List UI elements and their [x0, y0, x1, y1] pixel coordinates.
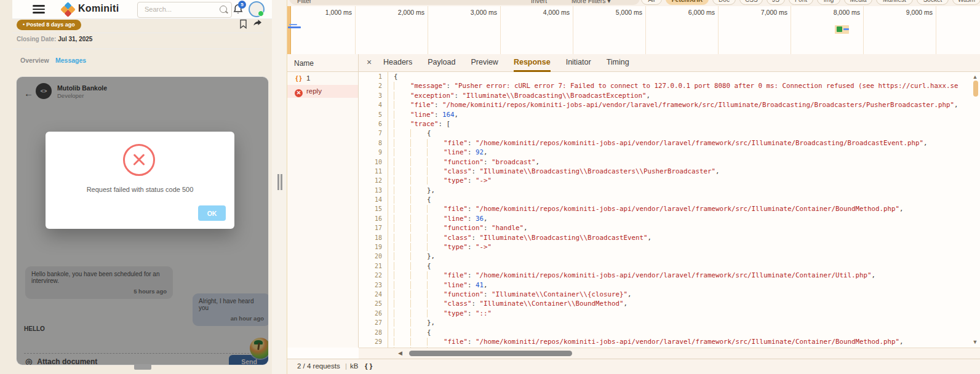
- search-box[interactable]: [137, 2, 232, 18]
- code-line: 8 "file": "/home/kominiti/repos/kominiti…: [359, 138, 980, 148]
- code-line: 20 },: [359, 252, 980, 261]
- chat-card: ← <> Mutolib Bankole Developer Hello ban…: [16, 76, 269, 365]
- timeline-label: 1,000 ms: [325, 9, 355, 16]
- transferred-size: kB: [350, 362, 358, 370]
- devtools-tab-headers[interactable]: Headers: [383, 54, 412, 72]
- closing-date: Closing Date: Jul 31, 2025: [17, 36, 92, 42]
- request-bar-blue: [843, 28, 849, 30]
- timeline-label: 4,000 ms: [543, 9, 573, 16]
- divider: [12, 49, 263, 49]
- more-filters-button[interactable]: More Filters ▾: [572, 0, 611, 4]
- scroll-left-arrow[interactable]: ◀: [398, 350, 402, 356]
- code-line: 26 "type": "::": [359, 309, 980, 318]
- timeline-gridline: [936, 6, 936, 54]
- code-line: 9 "line": 92,: [359, 148, 980, 157]
- overview-left-marker: [287, 6, 291, 54]
- request-row-1[interactable]: { }1: [287, 72, 358, 85]
- timeline-label: 2,000 ms: [398, 9, 428, 16]
- code-line: 2 "message": "Pusher error: cURL error 7…: [359, 81, 980, 90]
- code-line: 11 "class": "Illuminate\\Broadcasting\\B…: [359, 167, 980, 176]
- error-status-icon: ✕: [294, 85, 303, 98]
- timeline-label: 8,000 ms: [834, 9, 863, 16]
- code-line: 29 "file": "/home/kominiti/repos/kominit…: [359, 337, 980, 346]
- code-line: 4 "file": "/home/kominiti/repos/kominiti…: [359, 100, 980, 109]
- page-scroll-grip[interactable]: [134, 364, 151, 370]
- request-row-reply[interactable]: ✕reply: [287, 85, 358, 98]
- filter-chip-wasm[interactable]: Wasm: [952, 0, 980, 5]
- request-bar: [288, 26, 301, 28]
- menu-icon[interactable]: [33, 5, 45, 14]
- network-overview-waterfall[interactable]: 1,000 ms2,000 ms3,000 ms4,000 ms5,000 ms…: [287, 6, 980, 55]
- scroll-down-arrow[interactable]: ▼: [971, 339, 979, 345]
- request-list: { }1✕reply: [287, 72, 359, 348]
- screenshot-root: Kominiti 5 • Posted 8 days ago Closing D…: [0, 0, 980, 374]
- code-line: 25 "class": "Illuminate\\Container\\Boun…: [359, 299, 980, 308]
- error-modal: Request failed with status code 500 OK: [46, 132, 234, 229]
- timeline-gridline: [355, 6, 356, 54]
- kominiti-logo-icon[interactable]: [62, 3, 75, 17]
- filter-chip-font[interactable]: Font: [789, 0, 813, 5]
- posted-badge: • Posted 8 days ago: [17, 20, 81, 30]
- scroll-up-arrow[interactable]: ▲: [971, 74, 979, 80]
- format-json-icon[interactable]: { }: [365, 362, 372, 370]
- request-name: 1: [306, 74, 310, 82]
- devtools-tab-initiator[interactable]: Initiator: [566, 54, 591, 72]
- code-line: 14 {: [359, 195, 980, 204]
- tab-messages[interactable]: Messages: [55, 57, 86, 64]
- filter-chip-all[interactable]: All: [641, 0, 662, 5]
- closing-date-value: Jul 31, 2025: [58, 36, 92, 42]
- status-divider: |: [345, 362, 347, 370]
- tab-overview[interactable]: Overview: [20, 57, 49, 64]
- filter-chip-fetch-xhr[interactable]: Fetch/XHR: [666, 0, 709, 5]
- request-name: reply: [306, 87, 322, 95]
- devtools-tab-preview[interactable]: Preview: [471, 54, 498, 72]
- timeline-label: 6,000 ms: [688, 9, 718, 16]
- devtools-resize-handle[interactable]: [272, 0, 287, 374]
- code-line: 21 {: [359, 261, 980, 271]
- json-response-icon: { }: [294, 72, 303, 85]
- divider: [12, 33, 263, 33]
- filter-chip-manifest[interactable]: Manifest: [876, 0, 913, 5]
- app-title: Kominiti: [78, 3, 119, 14]
- app-header: Kominiti 5: [12, 0, 272, 19]
- code-line: 28 {: [359, 328, 980, 337]
- share-icon[interactable]: [252, 18, 263, 28]
- code-line: 10 "function": "broadcast",: [359, 157, 980, 167]
- response-body-viewer[interactable]: ▲ ▼ 1{2 "message": "Pusher error: cURL e…: [359, 72, 980, 348]
- name-column-header[interactable]: Name: [287, 54, 359, 72]
- devtools-tab-response[interactable]: Response: [514, 54, 551, 72]
- search-icon: [220, 6, 227, 13]
- devtools-tab-timing[interactable]: Timing: [607, 54, 629, 72]
- timeline-label: 9,000 ms: [906, 9, 936, 16]
- filter-chip-media[interactable]: Media: [844, 0, 872, 5]
- invert-checkbox[interactable]: Invert: [531, 0, 547, 4]
- close-icon[interactable]: ×: [367, 57, 372, 67]
- bookmark-icon[interactable]: [239, 19, 248, 29]
- error-icon: [123, 144, 155, 176]
- vertical-scrollbar-thumb[interactable]: [973, 81, 978, 97]
- filter-placeholder: Filter: [297, 0, 311, 4]
- horizontal-scrollbar-thumb[interactable]: [409, 351, 572, 356]
- timeline-gridline: [428, 6, 428, 54]
- filter-chip-js[interactable]: JS: [767, 0, 785, 5]
- timeline-gridline: [791, 6, 791, 54]
- devtools-header-row: Name × HeadersPayloadPreviewResponseInit…: [287, 54, 980, 72]
- notification-count-badge: 5: [238, 1, 246, 9]
- filter-chip-img[interactable]: Img: [817, 0, 840, 5]
- user-avatar[interactable]: [249, 1, 265, 17]
- request-bar-green: [837, 26, 842, 32]
- code-line: 6 "trace": [: [359, 119, 980, 129]
- ok-button[interactable]: OK: [198, 205, 226, 221]
- code-line: 7 {: [359, 129, 980, 138]
- filter-chip-socket[interactable]: Socket: [917, 0, 949, 5]
- devtools-tab-payload[interactable]: Payload: [428, 54, 455, 72]
- filter-chip-css[interactable]: CSS: [739, 0, 763, 5]
- timeline-label: 5,000 ms: [616, 9, 645, 16]
- code-line: 18 "class": "Illuminate\\Broadcasting\\B…: [359, 233, 980, 242]
- devtools-network-panel: Filter Invert More Filters ▾ AllFetch/XH…: [287, 0, 980, 374]
- timeline-gridline: [863, 6, 864, 54]
- closing-date-label: Closing Date:: [17, 36, 56, 42]
- horizontal-scrollbar[interactable]: ◀ ▶: [359, 348, 980, 359]
- filter-chip-doc[interactable]: Doc: [712, 0, 736, 5]
- search-input[interactable]: [143, 5, 218, 14]
